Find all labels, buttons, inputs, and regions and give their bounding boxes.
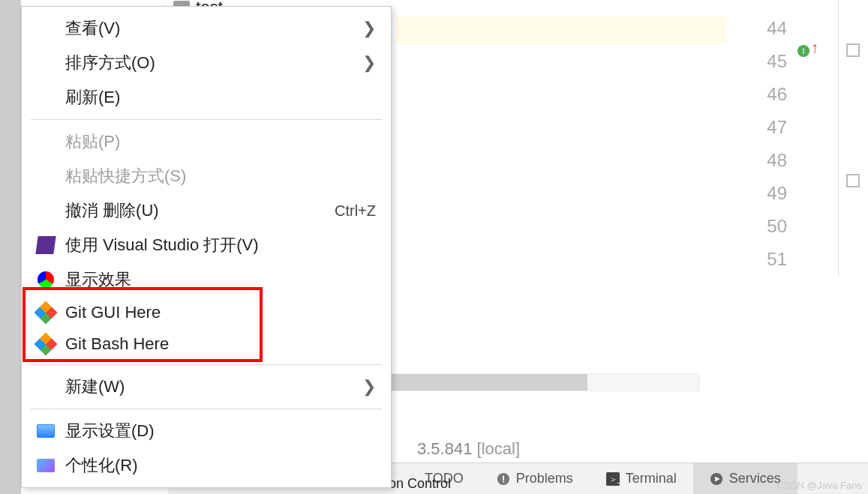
visual-studio-icon: [34, 235, 58, 255]
svg-text:＞_: ＞_: [608, 474, 619, 483]
ide-left-margin: [0, 0, 21, 494]
svg-rect-4: [503, 481, 504, 482]
menu-new[interactable]: 新建(W) ❯: [23, 370, 389, 404]
rgb-circle-icon: [34, 270, 58, 289]
menu-paste-shortcut-label: 粘贴快捷方式(S): [65, 165, 376, 187]
watermark: CSDN @Java Fans: [776, 480, 862, 491]
line-number: 45: [767, 45, 787, 78]
info-marker-icon[interactable]: I: [797, 45, 809, 57]
menu-open-vs-label: 使用 Visual Studio 打开(V): [65, 234, 376, 256]
line-number: 50: [767, 210, 787, 243]
line-number: 46: [767, 78, 787, 111]
git-icon: [34, 303, 58, 322]
arrow-up-icon[interactable]: ↑: [811, 39, 818, 56]
version-info: 3.5.841 [local]: [417, 439, 520, 459]
line-numbers: 44 45 46 47 48 49 50 51: [767, 12, 787, 276]
menu-paste-label: 粘贴(P): [65, 130, 376, 153]
version-number: 3.5.841: [417, 439, 472, 458]
blank-icon: [34, 19, 58, 38]
line-number: 51: [767, 243, 787, 276]
blank-icon: [34, 88, 58, 107]
line-number: 48: [767, 144, 787, 177]
menu-separator: [31, 409, 382, 409]
line-number: 49: [767, 177, 787, 210]
menu-git-gui-label: Git GUI Here: [65, 303, 376, 322]
blank-icon: [34, 132, 58, 151]
submenu-arrow-icon: ❯: [362, 53, 376, 73]
menu-view[interactable]: 查看(V) ❯: [23, 11, 389, 46]
context-menu: 查看(V) ❯ 排序方式(O) ❯ 刷新(E) 粘贴(P) 粘贴快捷方式(S) …: [21, 6, 392, 488]
menu-sort[interactable]: 排序方式(O) ❯: [23, 46, 389, 80]
monitor-icon: [34, 421, 58, 441]
menu-view-label: 查看(V): [65, 17, 362, 40]
menu-personalize[interactable]: 个性化(R): [23, 448, 389, 483]
version-scope: [local]: [477, 439, 520, 458]
services-icon: [710, 472, 723, 486]
submenu-arrow-icon: ❯: [362, 19, 376, 38]
menu-refresh[interactable]: 刷新(E): [23, 80, 389, 115]
overview-marker[interactable]: [846, 174, 860, 187]
menu-git-bash-here[interactable]: Git Bash Here: [23, 328, 389, 360]
menu-git-bash-label: Git Bash Here: [65, 334, 376, 354]
menu-undo-delete-label: 撤消 删除(U): [65, 199, 335, 222]
blank-icon: [34, 377, 58, 397]
personalize-icon: [34, 456, 58, 475]
menu-undo-delete-shortcut: Ctrl+Z: [335, 202, 376, 220]
line-number: 44: [767, 12, 787, 45]
menu-display-settings[interactable]: 显示设置(D): [23, 414, 389, 448]
menu-display-settings-label: 显示设置(D): [65, 420, 376, 442]
editor-gutter: 44 45 46 47 48 49 50 51 I ↑: [725, 0, 868, 494]
menu-sort-label: 排序方式(O): [65, 52, 362, 74]
menu-separator: [31, 119, 382, 120]
menu-undo-delete[interactable]: 撤消 删除(U) Ctrl+Z: [23, 193, 389, 228]
menu-git-gui-here[interactable]: Git GUI Here: [23, 297, 389, 328]
problems-icon: [497, 472, 510, 486]
gutter-markers: I ↑: [794, 0, 824, 277]
overview-ruler[interactable]: [838, 0, 868, 277]
tab-problems[interactable]: Problems: [480, 463, 590, 494]
svg-rect-3: [503, 475, 504, 480]
blank-icon: [34, 53, 58, 73]
blank-icon: [34, 166, 58, 186]
services-label: Services: [729, 471, 781, 487]
overview-marker[interactable]: [846, 43, 860, 57]
menu-paste-shortcut: 粘贴快捷方式(S): [23, 159, 389, 193]
submenu-arrow-icon: ❯: [362, 377, 376, 397]
tab-terminal[interactable]: ＞_ Terminal: [590, 463, 693, 494]
menu-display-effect[interactable]: 显示效果: [23, 262, 389, 297]
menu-open-visual-studio[interactable]: 使用 Visual Studio 打开(V): [23, 228, 389, 262]
line-number: 47: [767, 111, 787, 144]
menu-separator: [31, 364, 382, 365]
menu-paste: 粘贴(P): [23, 124, 389, 159]
menu-refresh-label: 刷新(E): [65, 86, 376, 109]
terminal-icon: ＞_: [606, 472, 620, 486]
menu-personalize-label: 个性化(R): [65, 454, 376, 477]
menu-new-label: 新建(W): [65, 376, 362, 398]
git-icon: [34, 334, 58, 354]
blank-icon: [34, 201, 58, 220]
terminal-label: Terminal: [626, 471, 677, 487]
menu-display-effect-label: 显示效果: [65, 268, 376, 291]
problems-label: Problems: [516, 471, 573, 487]
